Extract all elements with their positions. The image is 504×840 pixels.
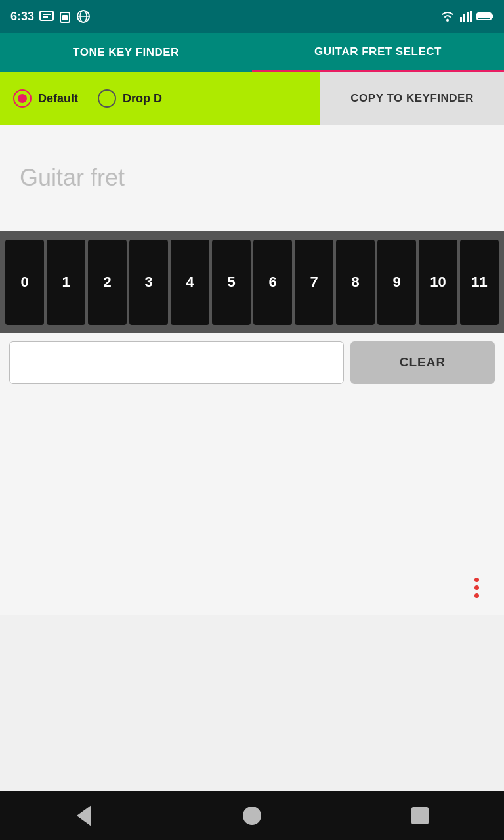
signal-icon <box>459 10 472 22</box>
dot-2 <box>474 585 479 590</box>
text-icon <box>39 10 54 22</box>
key-11[interactable]: 11 <box>460 240 499 325</box>
key-1[interactable]: 1 <box>47 240 85 325</box>
recents-button[interactable] <box>400 799 440 832</box>
key-4[interactable]: 4 <box>171 240 209 325</box>
key-6[interactable]: 6 <box>253 240 292 325</box>
svg-rect-14 <box>478 14 490 18</box>
dot-3 <box>474 593 479 598</box>
radio-circle-drop-d <box>98 89 116 108</box>
home-icon <box>243 807 261 825</box>
fret-label-area: Guitar fret <box>0 125 504 231</box>
tuning-options-group: Default Drop D <box>0 89 320 108</box>
radio-label-default: Default <box>38 92 78 106</box>
tab-bar: TONE KEY FINDER GUITAR FRET SELECT <box>0 33 504 72</box>
bottom-nav <box>0 791 504 840</box>
tab-guitar-fret-select[interactable]: GUITAR FRET SELECT <box>252 33 504 72</box>
svg-point-8 <box>446 19 449 22</box>
recents-icon <box>411 807 429 824</box>
svg-rect-12 <box>470 10 472 22</box>
home-button[interactable] <box>232 799 272 832</box>
copy-to-keyfinder-button[interactable]: COPY TO KEYFINDER <box>320 72 504 125</box>
status-icons-group <box>440 10 494 22</box>
status-bar: 6:33 <box>0 0 504 33</box>
key-3[interactable]: 3 <box>129 240 168 325</box>
radio-drop-d[interactable]: Drop D <box>98 89 162 108</box>
radio-label-drop-d: Drop D <box>123 92 162 106</box>
clear-button[interactable]: CLEAR <box>350 341 495 384</box>
svg-rect-10 <box>463 14 465 22</box>
key-8[interactable]: 8 <box>336 240 375 325</box>
tab-tone-key-finder[interactable]: TONE KEY FINDER <box>0 33 252 72</box>
svg-rect-11 <box>467 12 469 22</box>
input-area: CLEAR <box>0 333 504 392</box>
wifi-icon <box>440 10 455 22</box>
key-0[interactable]: 0 <box>5 240 44 325</box>
key-7[interactable]: 7 <box>295 240 333 325</box>
status-time: 6:33 <box>10 10 34 24</box>
key-9[interactable]: 9 <box>377 240 416 325</box>
more-options-button[interactable] <box>462 573 491 602</box>
radio-circle-default <box>13 89 32 108</box>
main-content: Guitar fret 0 1 2 3 4 5 6 7 8 9 10 11 CL… <box>0 125 504 615</box>
vpn-icon <box>76 9 91 24</box>
empty-area <box>0 392 504 615</box>
svg-rect-15 <box>492 15 494 18</box>
number-keyboard: 0 1 2 3 4 5 6 7 8 9 10 11 <box>0 231 504 333</box>
back-icon <box>77 805 91 826</box>
key-5[interactable]: 5 <box>212 240 251 325</box>
key-10[interactable]: 10 <box>419 240 457 325</box>
fret-input[interactable] <box>9 341 344 384</box>
sim-icon <box>59 10 71 23</box>
tuning-bar: Default Drop D COPY TO KEYFINDER <box>0 72 504 125</box>
radio-inner-default <box>18 94 27 103</box>
battery-icon <box>476 12 494 21</box>
svg-rect-9 <box>460 17 462 22</box>
guitar-fret-placeholder: Guitar fret <box>20 164 125 191</box>
svg-rect-4 <box>62 15 68 20</box>
dot-1 <box>474 578 479 582</box>
radio-default[interactable]: Default <box>13 89 78 108</box>
svg-rect-0 <box>40 11 53 20</box>
status-time-group: 6:33 <box>10 9 91 24</box>
back-button[interactable] <box>64 799 104 832</box>
key-2[interactable]: 2 <box>88 240 127 325</box>
